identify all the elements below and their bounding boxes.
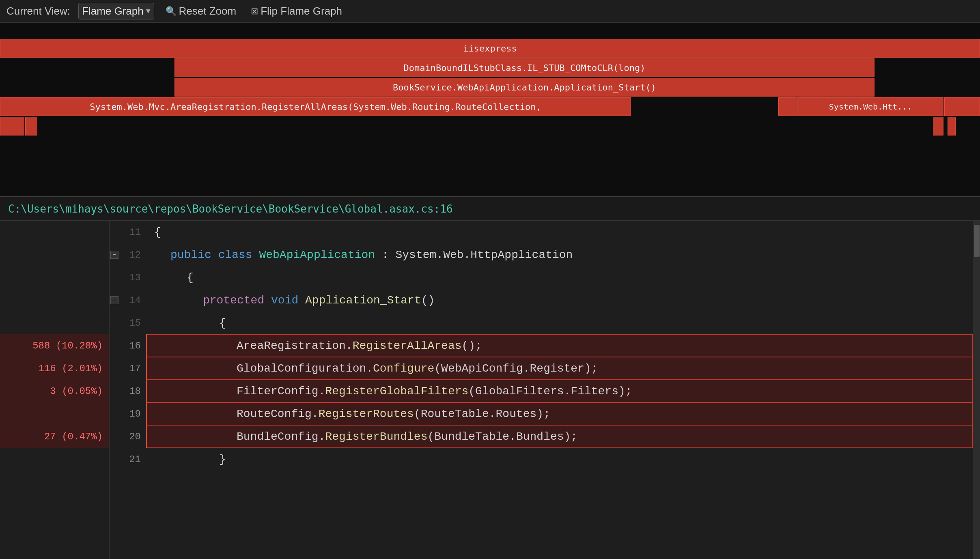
code-text-20: BundleConfig. xyxy=(237,430,325,443)
flame-bar-right2[interactable] xyxy=(778,97,797,116)
vertical-scrollbar[interactable] xyxy=(973,221,980,559)
code-line-13: { xyxy=(146,266,973,289)
code-text-15: { xyxy=(219,317,226,329)
code-text-11: { xyxy=(154,226,161,239)
line-numbers: 11 − 12 13 − 14 15 16 17 18 19 20 21 xyxy=(110,221,146,559)
zoom-icon: 🔍 xyxy=(166,6,177,17)
code-line-20: BundleConfig.RegisterBundles(BundleTable… xyxy=(146,425,973,448)
collapse-btn-12[interactable]: − xyxy=(110,251,118,259)
flame-bar-domain[interactable]: DomainBoundILStubClass.IL_STUB_COMtoCLR(… xyxy=(174,58,874,77)
code-text-21: } xyxy=(219,453,226,466)
toolbar: Current View: Flame Graph ▼ 🔍 Reset Zoom… xyxy=(0,0,980,23)
flame-bar-right1[interactable] xyxy=(944,97,980,116)
flame-bar-small1[interactable] xyxy=(0,117,24,135)
flame-bar-iisexpress-label: iisexpress xyxy=(463,43,517,54)
line-num-13: 13 xyxy=(110,266,146,289)
filepath-text: C:\Users\mihays\source\repos\BookService… xyxy=(8,203,453,215)
line-num-21: 21 xyxy=(110,448,146,471)
code-line-15: { xyxy=(146,312,973,334)
code-text-18: FilterConfig. xyxy=(237,385,325,398)
flame-graph-area: iisexpress DomainBoundILStubClass.IL_STU… xyxy=(0,23,980,197)
scrollbar-thumb[interactable] xyxy=(974,225,980,257)
code-method-17: Configure xyxy=(373,362,434,375)
code-method-16: RegisterAllAreas xyxy=(353,340,462,352)
gutter-row-16: 588 (10.20%) xyxy=(0,334,109,357)
line-num-15: 15 xyxy=(110,312,146,334)
flame-bar-syshtt[interactable]: System.Web.Htt... xyxy=(797,97,943,116)
gutter-row-11 xyxy=(0,221,109,243)
flame-bar-small3[interactable] xyxy=(933,117,943,135)
code-method-appstart: Application_Start xyxy=(305,294,421,307)
gutter-row-19 xyxy=(0,402,109,425)
flame-bar-sysmvc-label: System.Web.Mvc.AreaRegistration.Register… xyxy=(90,102,541,112)
line-num-14: − 14 xyxy=(110,289,146,312)
line-num-16: 16 xyxy=(110,334,146,357)
flip-icon: ⊠ xyxy=(251,6,258,17)
code-line-11: { xyxy=(146,221,973,243)
current-view-label: Current View: xyxy=(6,5,70,17)
code-classname: WebApiApplication xyxy=(259,249,375,261)
code-line-19: RouteConfig.RegisterRoutes(RouteTable.Ro… xyxy=(146,402,973,425)
flame-bar-bookservice-label: BookService.WebApiApplication.Applicatio… xyxy=(393,82,656,92)
flame-bar-small4[interactable] xyxy=(948,117,956,135)
view-select[interactable]: Flame Graph ▼ xyxy=(78,3,154,19)
flip-label: Flip Flame Graph xyxy=(261,5,342,17)
gutter-row-14 xyxy=(0,289,109,312)
line-num-11: 11 xyxy=(110,221,146,243)
code-kw-class: class xyxy=(218,249,259,261)
code-kw-public: public xyxy=(170,249,218,261)
code-content: { public class WebApiApplication : Syste… xyxy=(146,221,973,559)
view-select-text: Flame Graph xyxy=(82,5,144,17)
code-kw-protected: protected xyxy=(203,294,271,307)
collapse-btn-14[interactable]: − xyxy=(110,296,118,304)
code-line-12: public class WebApiApplication : System.… xyxy=(146,243,973,266)
code-line-16: AreaRegistration.RegisterAllAreas(); xyxy=(146,334,973,357)
flame-bar-syshtt-label: System.Web.Htt... xyxy=(829,102,912,112)
flip-flame-button[interactable]: ⊠ Flip Flame Graph xyxy=(248,3,345,19)
code-text-19: RouteConfig. xyxy=(237,408,319,420)
gutter-row-20: 27 (0.47%) xyxy=(0,425,109,448)
code-colon: : System.Web.HttpApplication xyxy=(375,249,573,261)
code-line-14: protected void Application_Start () xyxy=(146,289,973,312)
code-view: 588 (10.20%) 116 (2.01%) 3 (0.05%) 27 (0… xyxy=(0,221,980,559)
gutter-row-21 xyxy=(0,448,109,471)
code-line-17: GlobalConfiguration.Configure(WebApiConf… xyxy=(146,357,973,380)
gutter-row-17: 116 (2.01%) xyxy=(0,357,109,380)
flame-bar-bookservice[interactable]: BookService.WebApiApplication.Applicatio… xyxy=(174,78,874,97)
code-kw-void: void xyxy=(271,294,305,307)
flame-bar-small2[interactable] xyxy=(25,117,37,135)
gutter-row-15 xyxy=(0,312,109,334)
flame-bar-sysmvc[interactable]: System.Web.Mvc.AreaRegistration.Register… xyxy=(0,97,631,116)
gutter-row-18: 3 (0.05%) xyxy=(0,380,109,402)
gutter-row-13 xyxy=(0,266,109,289)
flame-bar-iisexpress[interactable]: iisexpress xyxy=(0,39,980,58)
code-line-21: } xyxy=(146,448,973,471)
line-num-12: − 12 xyxy=(110,243,146,266)
line-num-18: 18 xyxy=(110,380,146,402)
chevron-down-icon: ▼ xyxy=(146,7,151,15)
line-num-20: 20 xyxy=(110,425,146,448)
code-parens: () xyxy=(421,294,435,307)
code-method-19: RegisterRoutes xyxy=(319,408,414,420)
line-num-19: 19 xyxy=(110,402,146,425)
code-text-16: AreaRegistration. xyxy=(237,340,353,352)
gutter-row-12 xyxy=(0,243,109,266)
code-text-13: { xyxy=(187,271,194,284)
code-text-17: GlobalConfiguration. xyxy=(237,362,373,375)
line-num-17: 17 xyxy=(110,357,146,380)
reset-zoom-label: Reset Zoom xyxy=(179,5,237,17)
flame-bar-domain-label: DomainBoundILStubClass.IL_STUB_COMtoCLR(… xyxy=(403,63,645,73)
code-method-18: RegisterGlobalFilters xyxy=(325,385,468,398)
code-line-18: FilterConfig.RegisterGlobalFilters(Globa… xyxy=(146,380,973,402)
code-method-20: RegisterBundles xyxy=(325,430,427,443)
reset-zoom-button[interactable]: 🔍 Reset Zoom xyxy=(162,3,240,19)
filepath-bar: C:\Users\mihays\source\repos\BookService… xyxy=(0,197,980,221)
hit-count-gutter: 588 (10.20%) 116 (2.01%) 3 (0.05%) 27 (0… xyxy=(0,221,110,559)
